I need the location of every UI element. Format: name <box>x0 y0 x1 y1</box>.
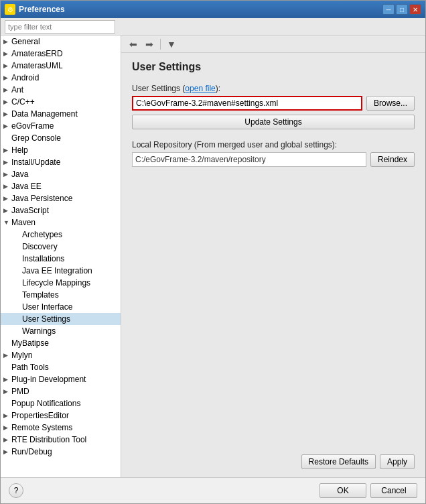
nav-separator <box>160 39 161 50</box>
tree-item-label: General <box>11 37 40 46</box>
tree-item-lifecycle-mappings[interactable]: Lifecycle Mappings <box>1 277 121 289</box>
tree-item-cpp[interactable]: ▶C/C++ <box>1 96 121 108</box>
tree-item-run-debug[interactable]: ▶Run/Debug <box>1 446 121 458</box>
apply-button[interactable]: Apply <box>380 454 415 469</box>
tree-item-label: Maven <box>11 218 36 227</box>
action-bar: Restore Defaults Apply <box>132 454 415 469</box>
tree-item-popup-notifications[interactable]: Popup Notifications <box>1 397 121 410</box>
left-panel: ▶General▶AmaterasERD▶AmaterasUML▶Android… <box>1 36 121 477</box>
tree-item-javascript[interactable]: ▶JavaScript <box>1 204 121 216</box>
bottom-bar: ? OK Cancel <box>1 477 425 503</box>
tree-arrow: ▶ <box>3 207 11 214</box>
forward-button[interactable]: ➡ <box>143 38 156 51</box>
tree-item-properties-editor[interactable]: ▶PropertiesEditor <box>1 410 121 422</box>
main-content: ▶General▶AmaterasERD▶AmaterasUML▶Android… <box>1 36 425 477</box>
cancel-button[interactable]: Cancel <box>370 483 417 498</box>
preferences-dialog: ⚙ Preferences ─ □ ✕ ▶General▶AmaterasERD… <box>0 0 426 504</box>
tree-item-java-ee-integration[interactable]: Java EE Integration <box>1 265 121 277</box>
tree-item-rte-distribution[interactable]: ▶RTE Distribution Tool <box>1 434 121 446</box>
tree-arrow: ▶ <box>3 448 11 455</box>
tree-arrow: ▶ <box>3 99 11 105</box>
tree-item-ant[interactable]: ▶Ant <box>1 84 121 96</box>
tree-item-amaterasuml[interactable]: ▶AmaterasUML <box>1 60 121 72</box>
tree-item-label: Discovery <box>22 242 58 251</box>
tree-item-amateraserd[interactable]: ▶AmaterasERD <box>1 48 121 60</box>
tree-item-help[interactable]: ▶Help <box>1 144 121 156</box>
tree-item-java-ee[interactable]: ▶Java EE <box>1 180 121 192</box>
tree-item-warnings[interactable]: Warnings <box>1 325 121 337</box>
minimize-button[interactable]: ─ <box>382 4 395 15</box>
tree-item-egovframe[interactable]: ▶eGovFrame <box>1 120 121 132</box>
tree-item-label: Java <box>11 170 28 179</box>
open-file-link[interactable]: open file <box>185 84 215 93</box>
tree-arrow: ▶ <box>3 183 11 190</box>
tree-container[interactable]: ▶General▶AmaterasERD▶AmaterasUML▶Android… <box>1 36 121 477</box>
tree-item-archetypes[interactable]: Archetypes <box>1 229 121 241</box>
tree-item-discovery[interactable]: Discovery <box>1 241 121 253</box>
tree-item-java-persistence[interactable]: ▶Java Persistence <box>1 192 121 204</box>
spacer <box>132 167 415 454</box>
tree-item-label: AmaterasERD <box>11 49 63 58</box>
tree-arrow: ▶ <box>3 123 11 129</box>
tree-item-label: Java EE Integration <box>22 266 92 275</box>
tree-arrow: ▶ <box>3 86 11 93</box>
tree-arrow: ▶ <box>3 74 11 81</box>
restore-defaults-button[interactable]: Restore Defaults <box>301 454 376 469</box>
reindex-button[interactable]: Reindex <box>370 152 415 167</box>
update-settings-button[interactable]: Update Settings <box>132 115 415 129</box>
tree-arrow: ▶ <box>3 38 11 45</box>
tree-item-label: JavaScript <box>11 206 49 215</box>
local-repo-label: Local Repository (From merged user and g… <box>132 140 415 149</box>
close-button[interactable]: ✕ <box>409 4 421 15</box>
title-bar-left: ⚙ Preferences <box>5 4 65 15</box>
tree-item-templates[interactable]: Templates <box>1 289 121 301</box>
help-button[interactable]: ? <box>9 483 23 498</box>
local-repo-input[interactable] <box>132 152 366 167</box>
tree-item-data-management[interactable]: ▶Data Management <box>1 108 121 120</box>
window-title: Preferences <box>19 5 65 14</box>
tree-item-grep-console[interactable]: Grep Console <box>1 132 121 144</box>
tree-item-label: PMD <box>11 387 29 396</box>
tree-arrow: ▶ <box>3 195 11 202</box>
tree-item-user-interface[interactable]: User Interface <box>1 301 121 313</box>
tree-item-general[interactable]: ▶General <box>1 36 121 48</box>
tree-item-android[interactable]: ▶Android <box>1 72 121 84</box>
tree-item-pmd[interactable]: ▶PMD <box>1 385 121 397</box>
browse-button[interactable]: Browse... <box>366 96 415 111</box>
tree-item-label: Mylyn <box>11 351 32 360</box>
tree-item-plugin-development[interactable]: ▶Plug-in Development <box>1 373 121 385</box>
tree-item-label: PropertiesEditor <box>11 411 69 420</box>
tree-item-mybatipse[interactable]: MyBatipse <box>1 337 121 349</box>
title-bar-controls: ─ □ ✕ <box>382 4 421 15</box>
tree-item-label: C/C++ <box>11 97 35 107</box>
tree-item-path-tools[interactable]: Path Tools <box>1 361 121 373</box>
user-settings-input[interactable] <box>132 96 362 111</box>
user-settings-label: User Settings (open file): <box>132 84 415 93</box>
tree-item-label: Install/Update <box>11 158 60 167</box>
tree-item-label: User Interface <box>22 302 72 312</box>
tree-item-install-update[interactable]: ▶Install/Update <box>1 156 121 168</box>
dropdown-button[interactable]: ▼ <box>165 38 178 51</box>
tree-arrow: ▶ <box>3 436 11 443</box>
tree-item-user-settings[interactable]: User Settings <box>1 313 121 325</box>
tree-item-label: Templates <box>22 290 59 300</box>
tree-item-label: Ant <box>11 85 23 94</box>
tree-arrow: ▶ <box>3 171 11 178</box>
tree-item-maven[interactable]: ▼Maven <box>1 216 121 229</box>
tree-item-label: Remote Systems <box>11 423 72 432</box>
tree-item-label: Java EE <box>11 182 42 191</box>
tree-item-label: Grep Console <box>11 133 61 143</box>
search-input[interactable] <box>5 20 115 34</box>
back-button[interactable]: ⬅ <box>127 38 140 51</box>
tree-item-mylyn[interactable]: ▶Mylyn <box>1 349 121 361</box>
tree-item-label: User Settings <box>22 314 70 324</box>
tree-item-remote-systems[interactable]: ▶Remote Systems <box>1 422 121 434</box>
maximize-button[interactable]: □ <box>396 4 408 15</box>
tree-arrow: ▶ <box>3 424 11 431</box>
ok-button[interactable]: OK <box>320 483 366 498</box>
tree-arrow: ▶ <box>3 388 11 395</box>
tree-item-java[interactable]: ▶Java <box>1 168 121 180</box>
tree-item-installations[interactable]: Installations <box>1 253 121 265</box>
tree-item-label: RTE Distribution Tool <box>11 435 86 444</box>
search-toolbar <box>1 18 425 36</box>
